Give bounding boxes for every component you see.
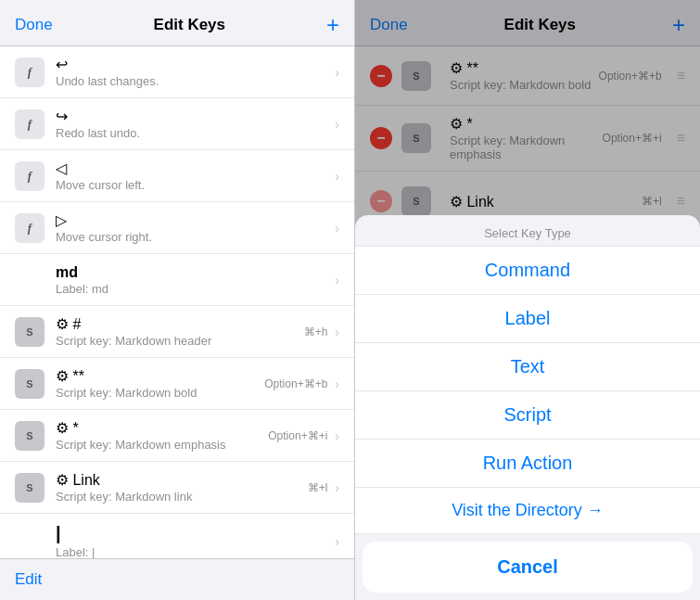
- shortcut-label: Option+⌘+i: [268, 429, 327, 442]
- function-icon: f: [15, 57, 45, 87]
- item-subtitle: Redo last undo.: [56, 126, 335, 140]
- modal-option-command[interactable]: Command: [355, 247, 700, 295]
- list-item[interactable]: S ⚙ ** Script key: Markdown bold Option+…: [0, 358, 354, 410]
- function-icon: f: [15, 213, 45, 243]
- chevron-right-icon: ›: [335, 117, 339, 132]
- list-item[interactable]: f ↩ Undo last changes. ›: [0, 46, 354, 98]
- item-title: md: [56, 264, 335, 281]
- modal-overlay: Select Key Type Command Label Text Scrip…: [355, 0, 700, 600]
- item-title: ↪: [56, 108, 335, 125]
- select-key-type-sheet: Select Key Type Command Label Text Scrip…: [355, 215, 700, 600]
- modal-option-script[interactable]: Script: [355, 391, 700, 440]
- chevron-right-icon: ›: [335, 428, 339, 443]
- item-title: |: [56, 523, 335, 544]
- list-item[interactable]: S ⚙ * Script key: Markdown emphasis Opti…: [0, 410, 354, 462]
- item-title: ↩: [56, 56, 335, 73]
- chevron-right-icon: ›: [335, 273, 339, 287]
- item-subtitle: Script key: Markdown link: [56, 490, 308, 504]
- modal-option-run-action[interactable]: Run Action: [355, 440, 700, 488]
- list-item[interactable]: md Label: md ›: [0, 254, 354, 306]
- item-title: ▷: [56, 211, 335, 229]
- left-nav-bar: Done Edit Keys +: [0, 0, 354, 46]
- item-title: ⚙ **: [56, 367, 264, 385]
- list-item[interactable]: S ⚙ Link Script key: Markdown link ⌘+l ›: [0, 462, 354, 514]
- script-icon: S: [15, 421, 45, 451]
- chevron-right-icon: ›: [335, 169, 339, 184]
- item-title: ◁: [56, 160, 335, 177]
- edit-button[interactable]: Edit: [15, 570, 42, 589]
- chevron-right-icon: ›: [335, 480, 339, 495]
- modal-option-text[interactable]: Text: [355, 343, 700, 391]
- item-subtitle: Move cursor left.: [56, 178, 335, 192]
- item-subtitle: Move cursor right.: [56, 230, 335, 244]
- item-subtitle: Label: md: [56, 282, 335, 296]
- right-panel: Done Edit Keys + S ⚙ ** Script key: Mark…: [355, 0, 700, 600]
- item-subtitle: Script key: Markdown emphasis: [56, 438, 268, 452]
- left-list: f ↩ Undo last changes. › f ↪ Redo last u…: [0, 46, 354, 558]
- chevron-right-icon: ›: [335, 221, 339, 236]
- item-subtitle: Undo last changes.: [56, 74, 335, 88]
- list-item[interactable]: f ◁ Move cursor left. ›: [0, 150, 354, 202]
- item-subtitle: Label: |: [56, 545, 335, 558]
- left-panel: Done Edit Keys + f ↩ Undo last changes. …: [0, 0, 355, 600]
- left-bottom-bar: Edit: [0, 558, 354, 600]
- list-item[interactable]: | Label: | ›: [0, 514, 354, 558]
- left-done-button[interactable]: Done: [15, 16, 53, 34]
- list-item[interactable]: f ▷ Move cursor right. ›: [0, 202, 354, 254]
- function-icon: f: [15, 109, 45, 139]
- item-subtitle: Script key: Markdown header: [56, 334, 304, 348]
- chevron-right-icon: ›: [335, 377, 339, 391]
- modal-option-directory[interactable]: Visit the Directory →: [355, 488, 700, 534]
- item-title: ⚙ #: [56, 315, 304, 333]
- item-subtitle: Script key: Markdown bold: [56, 386, 264, 400]
- shortcut-label: ⌘+l: [308, 481, 328, 494]
- shortcut-label: Option+⌘+b: [264, 377, 327, 390]
- modal-title: Select Key Type: [355, 215, 700, 247]
- chevron-right-icon: ›: [335, 325, 339, 339]
- item-title: ⚙ Link: [56, 471, 308, 489]
- list-item[interactable]: f ↪ Redo last undo. ›: [0, 98, 354, 150]
- modal-cancel-button[interactable]: Cancel: [363, 542, 693, 593]
- function-icon: f: [15, 161, 45, 191]
- left-panel-title: Edit Keys: [154, 16, 225, 34]
- chevron-right-icon: ›: [335, 534, 339, 549]
- list-item[interactable]: S ⚙ # Script key: Markdown header ⌘+h ›: [0, 306, 354, 358]
- left-add-button[interactable]: +: [326, 14, 339, 36]
- script-icon: S: [15, 369, 45, 399]
- modal-option-label[interactable]: Label: [355, 295, 700, 343]
- script-icon: S: [15, 473, 45, 503]
- item-title: ⚙ *: [56, 419, 268, 437]
- script-icon: S: [15, 317, 45, 347]
- shortcut-label: ⌘+h: [304, 326, 328, 338]
- chevron-right-icon: ›: [335, 65, 339, 80]
